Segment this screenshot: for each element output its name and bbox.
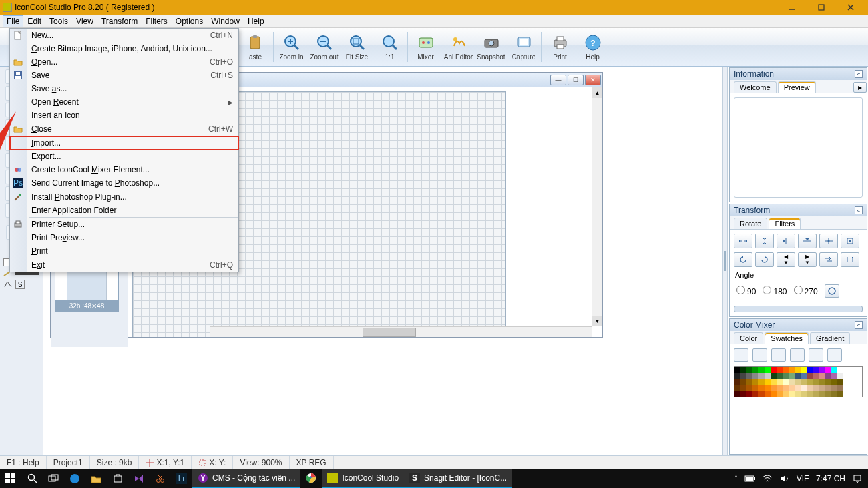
menu-options[interactable]: Options	[172, 15, 207, 27]
color-swatch[interactable]	[801, 373, 807, 379]
menu-help[interactable]: Help	[244, 15, 268, 27]
rotate-ccw-button[interactable]	[734, 252, 752, 267]
color-swatch[interactable]	[831, 373, 837, 379]
window-close-button[interactable]	[836, 0, 865, 15]
color-swatch[interactable]	[752, 391, 758, 397]
menu-filters[interactable]: Filters	[142, 15, 172, 27]
taskbar-vs[interactable]	[128, 469, 150, 488]
swap-button[interactable]	[819, 252, 838, 267]
taskbar-app-iconcool[interactable]: IconCool Studio	[322, 469, 404, 488]
toolbar-zoom-in-button[interactable]: Zoom in	[275, 28, 308, 66]
transform-collapse-button[interactable]: «	[855, 206, 863, 214]
angle-apply-button[interactable]	[825, 284, 839, 298]
window-maximize-button[interactable]	[807, 0, 836, 15]
color-swatch[interactable]	[831, 385, 837, 391]
color-swatch[interactable]	[752, 367, 758, 373]
taskbar-explorer[interactable]	[85, 469, 107, 488]
color-swatch[interactable]	[837, 373, 843, 379]
file-menu-item-21[interactable]: ExitCtrl+Q	[10, 258, 238, 272]
color-swatch[interactable]	[777, 385, 783, 391]
color-swatch[interactable]	[777, 379, 783, 385]
angle-270-radio[interactable]: 270	[794, 286, 818, 296]
file-menu-item-0[interactable]: New...Ctrl+N	[10, 29, 238, 42]
colormixer-collapse-button[interactable]: «	[855, 321, 863, 329]
swatch-tool-3[interactable]	[771, 348, 786, 362]
doc-maximize-button[interactable]: ☐	[568, 75, 584, 85]
color-swatches-grid[interactable]	[734, 366, 863, 397]
color-swatch[interactable]	[765, 373, 771, 379]
swatch-tool-1[interactable]	[734, 348, 748, 362]
taskbar-store[interactable]	[107, 469, 128, 488]
swatch-tool-6[interactable]	[827, 348, 842, 362]
color-swatch[interactable]	[758, 385, 765, 391]
toolbar-paste-button[interactable]: aste	[239, 28, 272, 66]
s-option[interactable]: S	[15, 280, 25, 289]
file-menu-item-18[interactable]: Print Preview...	[10, 231, 238, 244]
angle-180-radio[interactable]: 180	[763, 286, 787, 296]
file-menu-item-14[interactable]: Install Photoshop Plug-in...	[10, 190, 238, 204]
toolbar-snapshot-button[interactable]: Snapshot	[475, 28, 507, 66]
color-swatch[interactable]	[765, 391, 771, 397]
tab-preview[interactable]: Preview	[778, 81, 816, 93]
tab-swatches[interactable]: Swatches	[765, 332, 809, 344]
color-swatch[interactable]	[825, 379, 831, 385]
nudge-right-button[interactable]: ▶▼	[798, 252, 817, 267]
info-play-button[interactable]: ▸	[853, 82, 867, 93]
color-swatch[interactable]	[837, 391, 843, 397]
menu-tools[interactable]: Tools	[45, 15, 72, 27]
color-swatch[interactable]	[789, 391, 795, 397]
color-swatch[interactable]	[777, 373, 783, 379]
color-swatch[interactable]	[771, 373, 777, 379]
taskbar-app-cms[interactable]: Y CMS - Cộng tác viên ...	[192, 469, 300, 488]
menu-file[interactable]: File	[3, 15, 23, 27]
notifications-icon[interactable]	[852, 473, 863, 484]
color-swatch[interactable]	[801, 379, 807, 385]
color-swatch[interactable]	[825, 367, 831, 373]
color-swatch[interactable]	[795, 367, 801, 373]
tab-color[interactable]: Color	[734, 332, 763, 344]
color-swatch[interactable]	[825, 385, 831, 391]
color-swatch[interactable]	[746, 391, 752, 397]
color-swatch[interactable]	[783, 391, 789, 397]
doc-close-button[interactable]: ✕	[585, 75, 601, 85]
menu-window[interactable]: Window	[207, 15, 244, 27]
color-swatch[interactable]	[801, 391, 807, 397]
color-swatch[interactable]	[746, 367, 752, 373]
color-swatch[interactable]	[831, 391, 837, 397]
color-swatch[interactable]	[801, 385, 807, 391]
file-menu-item-9[interactable]: Import...	[10, 136, 238, 150]
color-swatch[interactable]	[813, 379, 819, 385]
taskbar-edge[interactable]	[64, 469, 85, 488]
color-swatch[interactable]	[795, 391, 801, 397]
toolbar-capture-button[interactable]: Capture	[507, 28, 540, 66]
color-swatch[interactable]	[734, 373, 740, 379]
color-swatch[interactable]	[752, 379, 758, 385]
color-swatch[interactable]	[740, 367, 746, 373]
tray-chevron-icon[interactable]: ˄	[734, 475, 738, 482]
color-swatch[interactable]	[795, 373, 801, 379]
start-button[interactable]	[0, 469, 21, 488]
file-menu-item-11[interactable]: Create IconCool Mixer Element...	[10, 163, 238, 176]
color-swatch[interactable]	[765, 367, 771, 373]
color-swatch[interactable]	[813, 367, 819, 373]
scroll-up-icon[interactable]: ▲	[592, 87, 602, 98]
menu-edit[interactable]: Edit	[23, 15, 45, 27]
file-menu-item-1[interactable]: Create Bitmap Image, iPhone, Andriod, Un…	[10, 42, 238, 55]
color-swatch[interactable]	[783, 379, 789, 385]
nudge-left-button[interactable]: ◀▼	[777, 252, 795, 267]
mirror-v-button[interactable]	[798, 234, 817, 248]
color-swatch[interactable]	[831, 379, 837, 385]
taskbar-app-snagit[interactable]: S Snagit Editor - [IconC...	[404, 469, 512, 488]
file-menu-item-19[interactable]: Print	[10, 244, 238, 258]
flip-v-button[interactable]	[755, 234, 774, 248]
color-swatch[interactable]	[819, 373, 825, 379]
vertical-scrollbar[interactable]: ▲ ▼	[592, 87, 602, 326]
file-menu-item-15[interactable]: Enter Application Folder	[10, 204, 238, 217]
taskbar-snip[interactable]	[150, 469, 171, 488]
swatch-tool-5[interactable]	[809, 348, 823, 362]
tab-welcome[interactable]: Welcome	[734, 81, 777, 93]
color-swatch[interactable]	[813, 385, 819, 391]
menu-view[interactable]: View	[72, 15, 97, 27]
color-swatch[interactable]	[758, 379, 765, 385]
horizontal-scrollbar[interactable]	[210, 326, 592, 337]
